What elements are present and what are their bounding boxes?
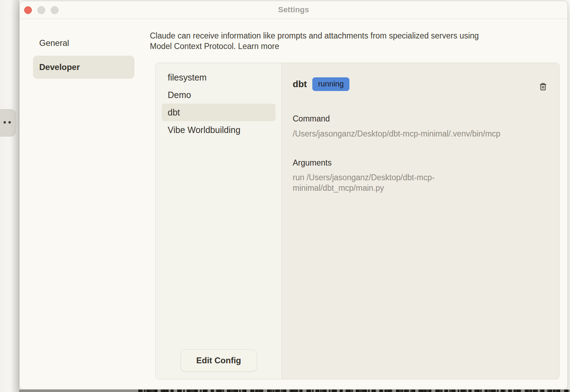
minimize-button[interactable] [37,6,45,14]
server-detail-pane: dbt running Command /Users/jasonganz/Des… [282,63,559,379]
mcp-description: Claude can receive information like prom… [150,30,547,51]
server-detail-header: dbt running [293,76,545,92]
edit-config-button[interactable]: Edit Config [181,349,257,372]
server-item-dbt[interactable]: dbt [162,104,276,121]
server-item-vibe-worldbuilding[interactable]: Vibe Worldbuilding [162,121,276,139]
background-window-text-sliver [19,390,570,392]
trash-icon [538,82,548,92]
mcp-servers-panel: filesystem Demo dbt Vibe Worldbuilding E… [155,63,559,379]
sidebar-item-developer[interactable]: Developer [33,56,134,79]
background-app-tab[interactable] [0,109,16,136]
traffic-lights [24,6,58,14]
status-badge: running [312,77,349,91]
server-item-filesystem[interactable]: filesystem [162,69,276,86]
ellipsis-dot-icon [8,121,11,124]
description-line-2: Model Context Protocol. [150,42,236,51]
description-line-1: Claude can receive information like prom… [150,31,479,40]
close-button[interactable] [24,6,32,14]
ellipsis-dot-icon [4,121,6,124]
arguments-value: run /Users/jasonganz/Desktop/dbt-mcp-min… [293,172,470,193]
titlebar: Settings [20,1,568,19]
window-title: Settings [278,5,309,14]
command-label: Command [293,113,545,124]
server-list: filesystem Demo dbt Vibe Worldbuilding E… [156,63,282,379]
settings-window: Settings General Developer Claude can re… [19,1,568,390]
command-value: /Users/jasonganz/Desktop/dbt-mcp-minimal… [293,128,545,139]
learn-more-link[interactable]: Learn more [238,42,279,51]
zoom-button[interactable] [51,6,58,14]
settings-sidebar: General Developer [33,34,134,79]
delete-server-button[interactable] [538,82,548,92]
sidebar-item-general[interactable]: General [33,34,134,52]
clipped-text-marks [138,390,569,392]
server-detail-name: dbt [293,79,307,90]
arguments-label: Arguments [293,158,545,168]
server-item-demo[interactable]: Demo [162,86,276,104]
background-app-strip [0,0,19,392]
